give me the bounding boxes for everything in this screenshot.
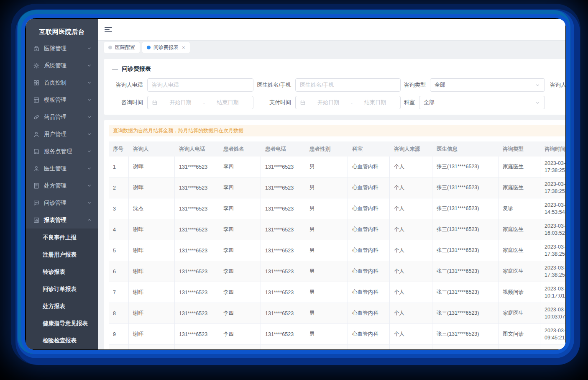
table-cell: 心血管内科 <box>348 282 390 303</box>
column-header: 患者电话 <box>261 141 305 157</box>
table-row: 6谢晖131****6523李四131****6523男心血管内科个人张三(13… <box>109 261 565 282</box>
shop-icon <box>33 148 40 155</box>
sidebar-subitem[interactable]: 健康指导意见报表 <box>26 315 98 332</box>
tab-active-dot <box>147 46 151 49</box>
dashboard-icon <box>33 80 40 86</box>
table-row: 4谢晖131****6523李四131****6523男心血管内科个人张三(13… <box>109 219 565 240</box>
sidebar-subitem[interactable]: 注册用户报表 <box>26 246 98 263</box>
sidebar-item-dashboard[interactable]: 首页控制 <box>26 74 98 91</box>
sidebar-item-doctor[interactable]: 医生管理 <box>26 160 98 177</box>
table-cell: 2023-03-0 09:45:21 <box>540 324 565 344</box>
table-cell: 张三(131****6523) <box>432 198 499 219</box>
column-header: 患者姓名 <box>219 141 261 157</box>
table-cell: 心血管内科 <box>348 177 390 198</box>
sidebar-item-prescription[interactable]: 处方管理 <box>26 177 98 194</box>
tab-close-icon[interactable]: × <box>182 45 185 50</box>
table-cell: 谢晖 <box>129 324 175 344</box>
chevron-down-icon <box>87 166 92 171</box>
filter-form: 咨询人电话 咨询人电话 医生姓名/手机 医生姓名/手机 咨询类型 <box>112 78 565 109</box>
table-cell: 2023-03-0 17:38:25 <box>540 177 565 198</box>
table-cell: 男 <box>305 303 348 324</box>
table-cell: 复诊 <box>499 198 540 219</box>
table-cell: 131****6523 <box>261 198 305 219</box>
table-row: 8谢晖131****6523李四131****6523男心血管内科个人张三(13… <box>109 303 565 324</box>
consult-type-select[interactable]: 全部 <box>430 78 545 92</box>
chevron-down-icon <box>535 100 540 105</box>
table-cell: 个人 <box>390 324 432 344</box>
table-cell: 家庭医生 <box>499 261 540 282</box>
sidebar-item-pill[interactable]: 药品管理 <box>26 108 98 126</box>
sidebar-subitem[interactable]: 处方报表 <box>26 298 98 315</box>
consult-phone-input[interactable]: 咨询人电话 <box>147 78 253 92</box>
department-select[interactable]: 全部 <box>419 96 545 109</box>
table-cell: 男 <box>305 157 348 177</box>
table-cell: 谢晖 <box>129 303 175 324</box>
table-cell: 家庭医生 <box>499 219 540 240</box>
table-cell: 131****6523 <box>261 324 305 344</box>
table-cell: 3 <box>109 198 129 219</box>
consult-icon <box>33 200 40 206</box>
chevron-down-icon <box>535 82 540 88</box>
table-row: 5谢晖131****6523李四131****6523男心血管内科个人张三(13… <box>109 240 565 261</box>
collapse-panel-icon[interactable]: — <box>112 66 118 72</box>
table-cell: 131****6523 <box>175 177 219 198</box>
table-cell: 李四 <box>219 177 261 198</box>
sidebar-item-report[interactable]: 报表管理 <box>26 211 98 229</box>
table-cell: 7 <box>109 282 129 303</box>
sidebar-item-gear[interactable]: 系统管理 <box>26 57 98 74</box>
sidebar-subitem[interactable]: 转诊报表 <box>26 263 98 280</box>
table-cell: 2023-03-0 17:38:25 <box>540 345 565 349</box>
sidebar-subitem[interactable]: 问诊订单报表 <box>26 280 98 298</box>
notice-banner: 查询数据为自然月结算金额，跨月结算的数据归在次月数据 <box>109 125 565 136</box>
pay-time-daterange[interactable]: 开始日期 - 结束日期 <box>295 96 401 109</box>
table-cell: 2023-03-0 14:53:54 <box>540 198 565 219</box>
table-cell: 131****6523 <box>175 345 219 349</box>
table-cell: 心血管内科 <box>348 261 390 282</box>
table-cell: 心血管内科 <box>348 324 390 344</box>
table-cell: 谢晖 <box>129 345 175 349</box>
table-cell: 男 <box>305 198 348 219</box>
gear-icon <box>33 62 40 69</box>
table-cell: 2023-03-0 16:03:52 <box>540 219 565 240</box>
filter-card: — 问诊费报表 咨询人电话 咨询人电话 医生姓名/手机 医生姓名/手机 <box>104 59 565 115</box>
table-cell: 心血管内科 <box>348 219 390 240</box>
column-header: 科室 <box>348 141 390 157</box>
table-cell: 男 <box>305 219 348 240</box>
sidebar-submenu: 不良事件上报 注册用户报表 转诊报表 问诊订单报表 处方报表 健康指导意见报表 … <box>26 229 98 349</box>
table-cell: 男 <box>305 282 348 303</box>
filter-department: 科室 全部 <box>401 96 545 109</box>
table-cell: 李四 <box>219 282 261 303</box>
sidebar-item-template[interactable]: 模板管理 <box>26 91 98 108</box>
doctor-input[interactable]: 医生姓名/手机 <box>295 78 401 92</box>
table-cell: 李四 <box>219 324 261 344</box>
table-row: 1谢晖131****6523李四131****6523男心血管内科个人张三(13… <box>109 157 565 177</box>
report-icon <box>33 217 40 223</box>
filter-label: 咨询类型 <box>404 81 430 89</box>
table-cell: 图文问诊 <box>499 324 540 344</box>
filter-consult-time: 咨询时间 开始日期 - 结束日期 <box>112 96 253 109</box>
sidebar-item-shop[interactable]: 服务点管理 <box>26 143 98 160</box>
sidebar-item-hospital[interactable]: 医院管理 <box>26 40 98 57</box>
table-cell: 6 <box>109 261 129 282</box>
sidebar-subitem[interactable]: 不良事件上报 <box>26 229 98 246</box>
tab-hospital-config[interactable]: 医院配置 <box>104 42 140 53</box>
table-cell: 张三(131****6523) <box>432 282 499 303</box>
panel-title-row: — 问诊费报表 <box>112 64 565 74</box>
table-cell: 131****6523 <box>261 177 305 198</box>
sidebar-subitem[interactable]: 检验检查报表 <box>26 332 98 349</box>
table-cell: 沈杰 <box>129 198 175 219</box>
consult-time-daterange[interactable]: 开始日期 - 结束日期 <box>147 96 253 109</box>
filter-consult-phone: 咨询人电话 咨询人电话 <box>112 78 253 92</box>
tab-consult-fee-report[interactable]: 问诊费报表 × <box>142 42 190 53</box>
table-cell: 谢晖 <box>129 282 175 303</box>
table-cell: 131****6523 <box>261 345 305 349</box>
sidebar-item-user[interactable]: 用户管理 <box>26 126 98 143</box>
table-cell: 个人 <box>390 261 432 282</box>
table-cell: 2023-03-0 17:38:25 <box>540 261 565 282</box>
table-row: 7谢晖131****6523李四131****6523男心血管内科个人张三(13… <box>109 282 565 303</box>
table-cell: 131****6523 <box>175 324 219 344</box>
collapse-menu-icon[interactable] <box>105 26 113 33</box>
table-cell: 李四 <box>219 157 261 177</box>
sidebar-item-consult[interactable]: 问诊管理 <box>26 194 98 211</box>
table-cell: 8 <box>109 303 129 324</box>
